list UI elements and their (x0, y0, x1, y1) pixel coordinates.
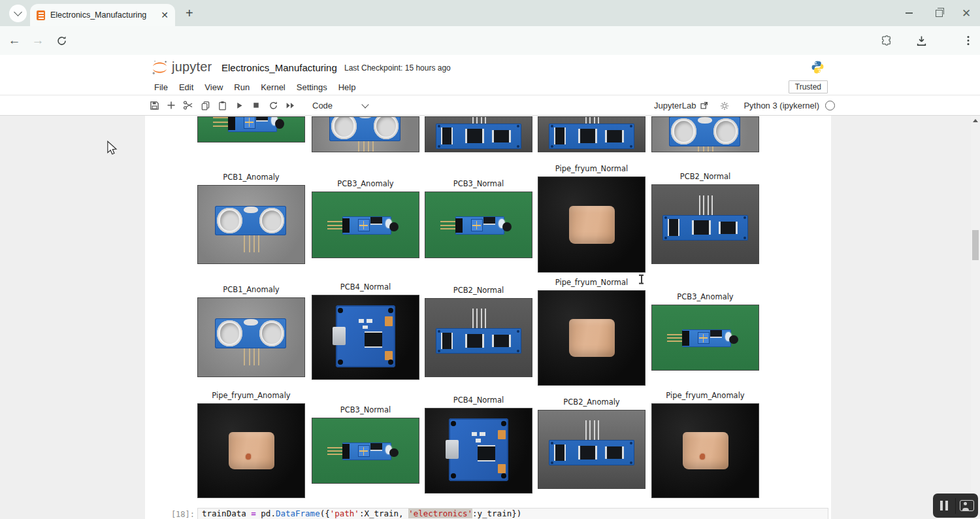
reload-button[interactable] (51, 26, 72, 55)
sample-image-pcb2_normal (425, 298, 532, 377)
sample-label: Pipe_fryum_Normal (538, 278, 645, 288)
menu-view[interactable]: View (204, 82, 223, 92)
run-icon (235, 101, 244, 110)
paste-cell-button[interactable] (217, 100, 227, 110)
code-token: :X_train, (359, 509, 408, 518)
jupyter-menu-bar: File Edit View Run Kernel Settings Help … (0, 80, 980, 95)
menu-settings[interactable]: Settings (297, 82, 327, 92)
sample-image-pcb2_normal (651, 184, 759, 264)
browser-tab[interactable]: Electronics_Manufacturing ✕ (30, 4, 175, 26)
save-button[interactable] (149, 100, 159, 110)
pause-button[interactable] (933, 494, 955, 518)
notebook-favicon-icon (37, 10, 45, 20)
sample-image-pcb3_normal (425, 192, 532, 258)
menu-run[interactable]: Run (234, 82, 250, 92)
sample-label: PCB1_Anomaly (197, 285, 305, 295)
restart-run-all-button[interactable] (285, 100, 295, 110)
scrollbar-thumb[interactable] (972, 230, 979, 260)
scrollbar[interactable] (971, 116, 980, 519)
kernel-name[interactable]: Python 3 (ipykernel) (743, 101, 819, 110)
browser-toolbar: ← → localhost:8888/notebooks/Electronics… (0, 26, 980, 56)
sample-image-pcb1_anomaly (197, 297, 305, 377)
reload-icon (56, 35, 67, 46)
python-logo-icon (811, 60, 825, 74)
plus-icon (167, 101, 176, 110)
save-icon (150, 101, 159, 110)
restore-icon (936, 10, 943, 17)
code-token: 'path' (330, 509, 359, 518)
toolbar-right-group: JupyterLab Python 3 (ipykernel) (654, 95, 835, 116)
browser-window: Electronics_Manufacturing ✕ + ✕ ← → loca… (0, 0, 980, 519)
dropdown-chevron-icon[interactable] (361, 101, 368, 108)
code-token: trainData (202, 509, 246, 518)
insert-cell-button[interactable] (166, 100, 176, 110)
minimize-icon (906, 12, 913, 14)
jupyter-logo-text[interactable]: jupyter (172, 59, 212, 75)
external-link-icon[interactable] (700, 101, 708, 110)
mouse-cursor (106, 141, 118, 156)
run-cell-button[interactable] (234, 100, 244, 110)
browser-tab-bar: Electronics_Manufacturing ✕ + ✕ (0, 0, 980, 26)
code-cell[interactable]: trainData = pd.DataFrame({'path':X_train… (197, 508, 828, 519)
sample-label: Pipe_fryum_Anomaly (197, 391, 305, 401)
code-token: DataFrame (276, 509, 320, 518)
window-close-button[interactable]: ✕ (951, 0, 980, 26)
stop-icon (252, 101, 260, 109)
code-token: ({ (320, 509, 330, 518)
window-minimize-button[interactable] (894, 0, 924, 26)
menu-file[interactable]: File (154, 82, 168, 92)
jupyter-header: jupyter Electronics_Manufacturing Last C… (0, 55, 980, 80)
sample-label: PCB3_Anomaly (651, 292, 759, 302)
close-icon: ✕ (962, 8, 971, 19)
figure-grid: PCB1_AnomalyPCB3_AnomalyPCB3_NormalPipe_… (0, 116, 980, 519)
sample-image-pipe_fryum_anomaly (651, 403, 759, 498)
scrollbar-up-icon[interactable] (973, 119, 978, 122)
sample-label: PCB2_Normal (425, 286, 532, 295)
sample-image-pipe_fryum_normal (538, 176, 645, 273)
cell-type-dropdown[interactable]: Code (312, 101, 333, 110)
copy-cell-button[interactable] (200, 100, 210, 110)
cut-cell-button[interactable] (183, 100, 193, 110)
media-control-overlay (933, 494, 978, 518)
chevron-down-icon (14, 8, 22, 16)
sample-image-pcb1_anomaly (197, 185, 305, 264)
code-token: :y_train}) (472, 509, 521, 518)
interrupt-kernel-button[interactable] (251, 100, 261, 110)
sample-image-pipe_fryum_normal (538, 290, 645, 386)
menu-kernel[interactable]: Kernel (261, 82, 286, 92)
forward-arrow-icon: → (32, 33, 44, 48)
checkpoint-text: Last Checkpoint: 15 hours ago (344, 63, 451, 73)
sample-image-pcb4_normal (312, 295, 419, 380)
sample-image-pcb2_anomaly (538, 410, 645, 489)
menu-edit[interactable]: Edit (179, 82, 193, 92)
kebab-menu-icon (964, 35, 973, 46)
browser-menu-button[interactable] (958, 26, 979, 55)
picture-in-picture-icon (960, 500, 974, 511)
sample-image-partial-1 (312, 116, 419, 152)
extensions-button[interactable] (876, 26, 897, 55)
trusted-badge[interactable]: Trusted (789, 80, 828, 93)
downloads-button[interactable] (911, 26, 932, 55)
tab-close-icon[interactable]: ✕ (161, 10, 169, 20)
forward-button[interactable]: → (27, 26, 48, 55)
picture-in-picture-button[interactable] (956, 494, 978, 518)
menu-help[interactable]: Help (338, 82, 356, 92)
sample-label: PCB3_Normal (425, 179, 532, 189)
restart-kernel-button[interactable] (268, 100, 278, 110)
download-icon (916, 35, 927, 46)
jupyterlab-link[interactable]: JupyterLab (654, 101, 696, 110)
pause-icon (940, 501, 948, 511)
sample-image-partial-3 (538, 116, 645, 152)
back-button[interactable]: ← (4, 26, 25, 55)
gear-icon[interactable] (720, 101, 729, 110)
window-restore-button[interactable] (924, 0, 954, 26)
code-token: pd (261, 509, 270, 518)
scissors-icon (183, 100, 193, 110)
sample-label: PCB2_Anomaly (538, 397, 645, 407)
sample-image-pcb4_normal (425, 408, 532, 494)
sample-image-partial-0 (197, 116, 305, 142)
new-tab-button[interactable]: + (186, 6, 193, 21)
notebook-title[interactable]: Electronics_Manufacturing (221, 62, 337, 73)
tab-search-button[interactable] (9, 5, 27, 22)
code-token: . (270, 509, 276, 518)
